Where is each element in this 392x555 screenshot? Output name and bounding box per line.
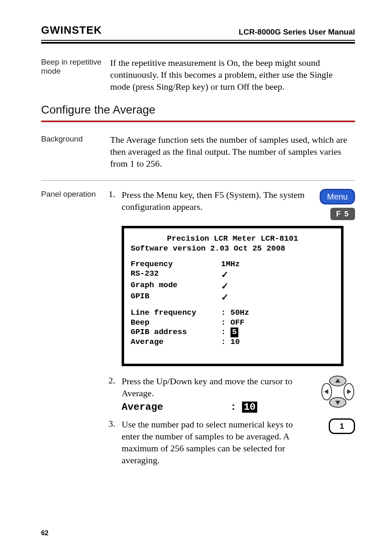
step-1-number: 1. [108,189,120,200]
header-divider [41,40,355,44]
lcd-gpibaddr-pre: : [221,327,231,337]
background-text: The Average function sets the number of … [110,134,355,170]
f5-key-button[interactable]: F 5 [330,208,355,220]
panel-op-side-label: Panel operation [41,189,107,199]
lcd-avg-val: : 10 [221,337,240,347]
f5-key-label: F 5 [336,210,349,218]
avg-highlight-pre: : [230,402,242,413]
lcd-beep-key: Beep [131,318,221,328]
lcd-gpibaddr-key: GPIB address [131,327,221,337]
lcd-freq-val: 1MHz [221,260,240,269]
brand-logo: GWINSTEK [41,24,102,37]
lcd-linefreq-val: : 50Hz [221,308,249,318]
step-3-number: 3. [108,418,120,429]
lcd-linefreq-key: Line frequency [131,308,221,318]
menu-key-label: Menu [327,192,348,202]
brand-logo-text: GWINSTEK [41,24,102,36]
check-icon: ✓ [221,269,228,281]
background-side-label: Background [41,134,107,170]
lcd-title: Precision LCR Meter LCR-8101 [131,234,334,244]
beep-side-label: Beep in repetitive mode [41,57,107,93]
page-number: 62 [41,529,48,537]
section-divider [41,121,355,122]
step-2-text: Press the Up/Down key and move the curso… [122,375,305,399]
lcd-gpib-key: GPIB [131,292,221,303]
section-heading: Configure the Average [41,103,355,116]
svg-marker-5 [324,389,328,394]
svg-marker-7 [347,389,351,394]
check-icon: ✓ [221,292,228,303]
lcd-screen: Precision LCR Meter LCR-8101 Software ve… [122,226,344,366]
avg-highlight-label: Average [122,402,224,413]
number-1-key-label: 1 [340,422,344,431]
step-3-text: Use the number pad to select numerical k… [122,418,305,466]
lcd-freq-key: Frequency [131,260,221,269]
lcd-rs232-key: RS-232 [131,269,221,281]
avg-highlight-value: 10 [242,402,257,413]
step-1-text: Press the Menu key, then F5 (System). Th… [122,189,305,213]
check-icon: ✓ [221,281,228,292]
lcd-avg-key: Average [131,337,221,347]
lcd-graph-key: Graph mode [131,281,221,292]
lcd-beep-val: : OFF [221,318,244,328]
beep-text: If the repetitive measurement is On, the… [110,57,355,93]
step-2-number: 2. [108,375,120,386]
number-1-key-button[interactable]: 1 [329,418,355,434]
lcd-gpibaddr-val: 5 [231,327,238,337]
lcd-version: Software version 2.03 Oct 25 2008 [131,244,334,254]
thin-divider [41,180,355,181]
menu-key-button[interactable]: Menu [320,189,355,204]
header-title: LCR-8000G Series User Manual [239,28,355,37]
arrow-pad-icon [307,375,355,410]
